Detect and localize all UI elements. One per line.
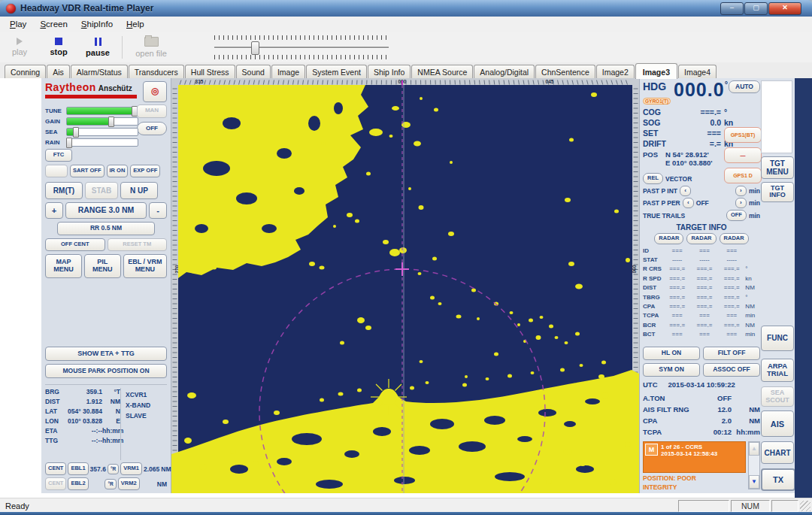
cent2-button[interactable]: CENT (45, 477, 66, 490)
chart-button[interactable]: CHART (761, 441, 794, 464)
menu-screen[interactable]: Screen (33, 18, 74, 30)
title-bar[interactable]: Headway VDR Real-time Player – ▢ ✕ (0, 0, 812, 17)
playback-slider[interactable] (214, 35, 389, 59)
minimize-button[interactable]: – (720, 2, 744, 15)
stop-icon (55, 38, 62, 45)
stop-button[interactable]: stop (39, 34, 78, 61)
rain-thumb[interactable] (66, 138, 72, 148)
rr-button[interactable]: RR 0.5 NM (57, 222, 155, 235)
tab-sound[interactable]: Sound (236, 65, 271, 78)
man-button[interactable]: MAN (137, 105, 167, 118)
tx-button[interactable]: TX (761, 468, 795, 491)
sym-on-button[interactable]: SYM ON (643, 363, 700, 377)
tab-image[interactable]: Image (271, 65, 305, 78)
ftc-button[interactable]: FTC (45, 149, 72, 162)
maximize-button[interactable]: ▢ (744, 2, 768, 15)
ebl1-button[interactable]: EBL1 (68, 462, 88, 475)
off-cent-button[interactable]: OFF CENT (45, 238, 105, 251)
sart-off-button[interactable]: SART OFF (70, 165, 105, 177)
radar-ppi[interactable]: 315000045270090 (171, 78, 639, 493)
ebl1-unit-toggle[interactable]: °R (108, 464, 119, 474)
past-per-increase-button[interactable]: › (735, 198, 747, 208)
n-up-button[interactable]: N UP (120, 182, 158, 199)
tgt-menu-button[interactable]: TGT MENU (761, 156, 794, 180)
pause-button[interactable]: pause (78, 34, 117, 61)
range-plus-button[interactable]: + (45, 202, 63, 219)
radar-1-button[interactable]: RADAR (654, 233, 683, 244)
tab-transducers[interactable]: Transducers (129, 65, 184, 78)
tab-hull-stress[interactable]: Hull Stress (185, 65, 235, 78)
slider-thumb[interactable] (251, 41, 259, 55)
gps1-bt-button[interactable]: GPS1(BT) (724, 127, 762, 143)
tab-conning[interactable]: Conning (5, 65, 46, 78)
tab-image3[interactable]: Image3 (635, 63, 677, 79)
scroll-down-icon[interactable]: ▼ (749, 475, 759, 489)
tune-slider[interactable] (66, 107, 138, 115)
range-button[interactable]: RANGE 3.0 NM (65, 202, 147, 219)
rel-button[interactable]: REL (643, 173, 663, 184)
resize-grip[interactable] (800, 501, 810, 511)
small-disabled-button[interactable] (45, 165, 68, 177)
gain-slider[interactable] (66, 117, 138, 126)
tab-analog-digital[interactable]: Analog/Digital (474, 65, 535, 78)
ir-on-button[interactable]: IR ON (107, 165, 129, 177)
past-int-increase-button[interactable]: › (735, 186, 747, 196)
range-minus-button[interactable]: - (149, 202, 167, 219)
slider-track[interactable] (214, 47, 389, 48)
dash-button[interactable]: — (724, 147, 762, 163)
close-button[interactable]: ✕ (768, 2, 801, 15)
auto-button[interactable]: AUTO (729, 80, 760, 93)
true-trails-off-button[interactable]: OFF (726, 210, 747, 221)
vrm1-button[interactable]: VRM1 (120, 462, 142, 475)
vrm2-button[interactable]: VRM2 (118, 477, 140, 490)
tab-chnsentence[interactable]: ChnSentence (535, 65, 595, 78)
radar-2-button[interactable]: RADAR (686, 233, 716, 244)
pil-menu-button[interactable]: PIL MENU (84, 254, 121, 278)
tab-ship-info[interactable]: Ship Info (368, 65, 411, 78)
tab-system-event[interactable]: System Event (306, 65, 367, 78)
heading-block: HDG GYRO1(T) 000.0° AUTO (643, 80, 760, 106)
mouse-park-button[interactable]: MOUSE PARK POSITION ON (45, 364, 167, 378)
radar-3-button[interactable]: RADAR (720, 233, 749, 244)
stab-button[interactable]: STAB (85, 182, 118, 199)
rain-slider[interactable] (66, 138, 138, 147)
menu-shipinfo[interactable]: ShipInfo (74, 18, 120, 30)
cent1-button[interactable]: CENT (45, 462, 66, 475)
ebl2-button[interactable]: EBL2 (68, 477, 88, 490)
sea-scout-button[interactable]: SEA SCOUT (761, 386, 794, 407)
ebl-vrm-menu-button[interactable]: EBL / VRM MENU (123, 254, 167, 278)
tgt-info-button[interactable]: TGT INFO (761, 182, 794, 201)
tab-alarm-status[interactable]: Alarm/Status (71, 65, 128, 78)
arpa-trial-button[interactable]: ARPA TRIAL (761, 359, 794, 383)
alarm-scrollbar[interactable]: ▲ ▼ (748, 441, 760, 489)
alarm-entry[interactable]: M 1 of 26 - CCRS2015-03-14 12:58:43 (643, 441, 746, 473)
assoc-off-button[interactable]: ASSOC OFF (703, 363, 760, 377)
scroll-up-icon[interactable]: ▲ (749, 442, 759, 456)
gps1-d-button[interactable]: GPS1 D (724, 168, 762, 183)
show-eta-ttg-button[interactable]: SHOW ETA + TTG (45, 347, 167, 361)
tab-image4[interactable]: Image4 (678, 65, 717, 78)
play-button[interactable]: play (0, 34, 39, 61)
ebl2-unit-toggle[interactable]: °R (105, 479, 116, 489)
past-per-decrease-button[interactable]: ‹ (683, 198, 694, 208)
past-int-decrease-button[interactable]: ‹ (680, 186, 691, 196)
func-button[interactable]: FUNC (761, 326, 794, 351)
filt-off-button[interactable]: FILT OFF (703, 347, 760, 360)
rm-t-button[interactable]: RM(T) (45, 182, 83, 199)
sea-slider[interactable] (66, 128, 138, 136)
map-menu-button[interactable]: MAP MENU (45, 254, 82, 278)
open-file-button[interactable]: open file (127, 34, 175, 61)
exp-off-button[interactable]: EXP OFF (130, 165, 160, 177)
hl-on-button[interactable]: HL ON (643, 347, 700, 360)
gain-thumb[interactable] (108, 117, 114, 127)
hdg-label: HDG (643, 80, 671, 92)
reset-tm-button[interactable]: RESET TM (108, 238, 168, 251)
brand-logo-button[interactable]: ◎ (143, 81, 167, 102)
tab-nmea-source[interactable]: NMEA Source (411, 65, 473, 78)
sea-thumb[interactable] (73, 127, 79, 138)
menu-help[interactable]: Help (120, 18, 151, 30)
menu-play[interactable]: Play (3, 18, 33, 30)
ais-button[interactable]: AIS (761, 410, 794, 437)
tab-ais[interactable]: Ais (47, 65, 70, 78)
tab-image2[interactable]: Image2 (596, 65, 635, 78)
